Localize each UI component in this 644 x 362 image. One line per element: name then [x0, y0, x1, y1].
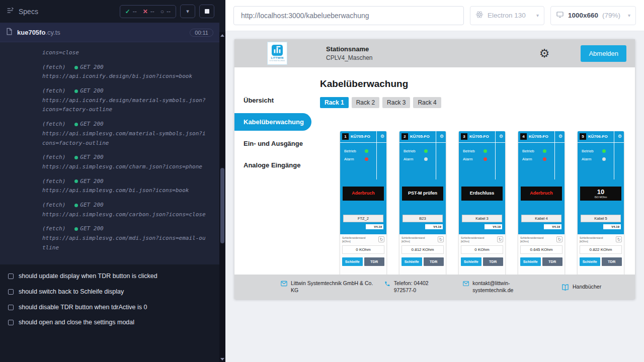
betrieb-led-row: Betrieb — [463, 149, 487, 153]
measurement-panel: Schleifenwiderstand [kOhm] ↻ 0 KOhm Schl… — [340, 234, 386, 275]
card-settings-icon[interactable]: ⚙ — [558, 134, 562, 139]
tab-rack-1[interactable]: Rack 1 — [320, 97, 349, 108]
alarm-led-row: Alarm — [404, 157, 428, 161]
measurement-value: 0.645 KOhm — [520, 245, 562, 254]
card-number: 2 — [401, 133, 408, 140]
tab-rack-2[interactable]: Rack 2 — [352, 97, 379, 108]
alarm-led-row: Alarm — [344, 157, 368, 161]
success-dot-icon — [74, 179, 78, 183]
betrieb-led-row: Betrieb — [582, 149, 606, 153]
tdr-button[interactable]: TDR — [602, 257, 622, 266]
measurement-panel: Schleifenwiderstand [kOhm] ↻ 0.822 KOhm … — [578, 234, 624, 275]
footer-email[interactable]: kontakt@littwin-systemtechnik.de — [463, 280, 541, 294]
refresh-icon[interactable]: ↻ — [378, 236, 384, 242]
tab-rack-3[interactable]: Rack 3 — [382, 97, 410, 108]
station-value: CPLV4_Maschen — [326, 54, 373, 61]
collapse-button[interactable]: ▾ — [180, 5, 195, 18]
stat-pending: ○-- — [160, 8, 171, 15]
betrieb-led-row: Betrieb — [404, 149, 428, 153]
card-number: 4 — [520, 133, 527, 140]
measurement-label: Schleifenwiderstand [kOhm] — [461, 236, 493, 243]
viewport-zoom: (79%) — [602, 12, 620, 19]
cable-name-field[interactable]: Kabel 5 — [581, 215, 621, 222]
test-item[interactable]: should open and close the settings modal — [8, 319, 212, 327]
scroll-down-icon[interactable] — [219, 356, 225, 362]
sidebar-item-ein-und-ausgaenge[interactable]: Ein- und Ausgänge — [234, 135, 320, 152]
schleife-button[interactable]: Schleife — [401, 257, 422, 266]
status-display: 10 ISO MOhm — [580, 187, 621, 201]
viewport-select[interactable]: 1000x660 (79%) ▾ — [550, 6, 636, 25]
footer-phone[interactable]: Telefon: 04402 972577-0 — [384, 280, 447, 294]
card-number: 3 — [461, 133, 467, 140]
scroll-up-icon[interactable] — [219, 32, 225, 38]
log-entry[interactable]: (fetch)GET 200 https://api.iconify.desig… — [42, 86, 206, 115]
test-state-icon — [8, 289, 14, 295]
browser-select[interactable]: Electron 130 ▾ — [470, 6, 544, 25]
sidebar-item-kabelueberwachung[interactable]: Kabelüberwachung — [234, 113, 311, 131]
card-settings-icon[interactable]: ⚙ — [618, 134, 622, 139]
test-item[interactable]: should disable TDR button when tdrActive… — [8, 304, 212, 312]
betrieb-led-row: Betrieb — [522, 149, 546, 153]
refresh-icon[interactable]: ↻ — [556, 236, 562, 242]
schleife-button[interactable]: Schleife — [461, 257, 481, 266]
card-settings-icon[interactable]: ⚙ — [440, 134, 444, 139]
viewport-size: 1000x660 — [568, 12, 598, 19]
tdr-button[interactable]: TDR — [364, 257, 385, 266]
firmware-version: V4.19 — [485, 224, 502, 229]
schleife-button[interactable]: Schleife — [580, 257, 600, 266]
settings-gear-icon[interactable]: ⚙ — [539, 48, 550, 59]
test-item[interactable]: should update display when TDR button is… — [8, 273, 212, 281]
betrieb-led — [602, 149, 606, 153]
cable-name-field[interactable]: B23 — [403, 215, 443, 222]
refresh-icon[interactable]: ↻ — [616, 236, 622, 242]
schleife-button[interactable]: Schleife — [520, 257, 541, 266]
footer-company: Littwin Systemtechnik GmbH & Co. KG — [281, 280, 375, 294]
tdr-button[interactable]: TDR — [424, 257, 444, 266]
test-item[interactable]: should switch back to Schleife display — [8, 288, 212, 296]
betrieb-led — [543, 149, 546, 153]
log-entry[interactable]: (fetch)GET 200 https://api.simplesvg.com… — [42, 153, 206, 171]
log-entry[interactable]: (fetch)GET 200 https://api.simplesvg.com… — [42, 224, 206, 252]
log-entry[interactable]: (fetch)GET 200 https://api.simplesvg.com… — [42, 120, 206, 148]
measurement-panel: Schleifenwiderstand [kOhm] ↻ 0.645 KOhm … — [518, 234, 565, 275]
sidebar-item-analoge-eingaenge[interactable]: Analoge Eingänge — [234, 156, 320, 174]
runner-scrollbar[interactable] — [219, 32, 225, 362]
alarm-led — [365, 157, 368, 161]
cable-name-field[interactable]: FTZ_2 — [343, 215, 383, 222]
refresh-icon[interactable]: ↻ — [438, 236, 444, 242]
card-settings-icon[interactable]: ⚙ — [499, 134, 503, 139]
card-divider — [614, 131, 614, 179]
log-entry[interactable]: (fetch)GET 200 https://api.simplesvg.com… — [42, 201, 206, 219]
refresh-icon[interactable]: ↻ — [497, 236, 503, 242]
alarm-led-row: Alarm — [522, 157, 546, 161]
card-settings-icon[interactable]: ⚙ — [380, 134, 384, 139]
log-entry[interactable]: (fetch)GET 200 https://api.iconify.desig… — [42, 63, 206, 81]
scrollbar-thumb[interactable] — [220, 168, 224, 243]
cable-name-field[interactable]: Kabel 4 — [521, 215, 561, 222]
measurement-value: 0.822 KOhm — [580, 245, 622, 254]
chevron-down-icon: ▾ — [186, 8, 189, 15]
test-state-icon — [8, 320, 14, 325]
specs-list-icon — [6, 7, 14, 16]
tab-rack-4[interactable]: Rack 4 — [413, 97, 441, 108]
book-icon — [561, 284, 569, 291]
spec-file-row[interactable]: kue705fo.cy.ts 00:11 — [0, 23, 219, 42]
stop-button[interactable] — [199, 5, 214, 18]
log-entry[interactable]: (fetch)GET 200 https://api.simplesvg.com… — [42, 177, 206, 196]
sidebar-item-uebersicht[interactable]: Übersicht — [234, 92, 320, 109]
app-sidebar: Übersicht Kabelüberwachung Ein- und Ausg… — [234, 67, 320, 275]
url-input[interactable] — [233, 6, 464, 25]
schleife-button[interactable]: Schleife — [342, 257, 363, 266]
cable-name-field[interactable]: Kabel 3 — [462, 215, 502, 222]
tdr-button[interactable]: TDR — [483, 257, 504, 266]
betrieb-led — [365, 149, 368, 153]
tdr-button[interactable]: TDR — [542, 257, 563, 266]
test-state-icon — [8, 305, 14, 310]
app-header: LITTWIN SYSTEMTECHNIK Stationsname CPLV4… — [234, 39, 635, 67]
rack-card: 4 KÜ705-FO ⚙ Betrieb Alarm Aderbruch — [518, 131, 565, 275]
aut-workspace: Electron 130 ▾ 1000x660 (79%) ▾ LITTWIN … — [225, 0, 644, 362]
footer-manuals[interactable]: Handbücher — [561, 284, 601, 291]
specs-menu-button[interactable]: Specs — [6, 7, 38, 16]
measurement-label: Schleifenwiderstand [kOhm] — [401, 236, 434, 243]
logout-button[interactable]: Abmelden — [581, 45, 626, 62]
